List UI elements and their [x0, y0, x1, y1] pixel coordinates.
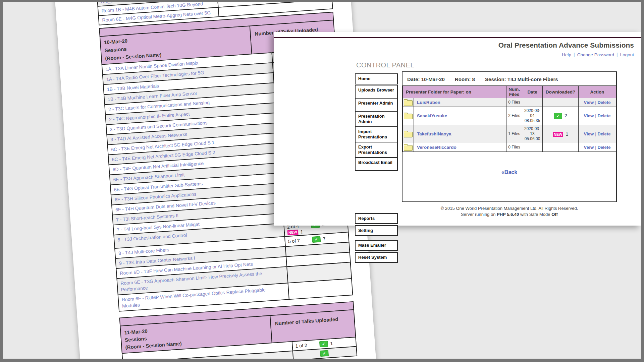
- action-cell: View|Delete: [579, 98, 616, 107]
- top-nav-links: Help|Change Password|Logout: [562, 52, 634, 57]
- session-info-line: Date: 10-Mar-20 Room: 8 Session: T4J Mul…: [407, 76, 616, 82]
- upload-date-cell: 2020-03-04 08:05:35: [522, 107, 543, 125]
- presenter-link[interactable]: VeroneseRiccardo: [417, 145, 457, 150]
- folder-cell: [403, 107, 414, 125]
- header-date: Date: [522, 86, 543, 98]
- view-link[interactable]: View: [584, 100, 594, 105]
- upload-date-cell: [522, 98, 543, 107]
- submissions-box: Date: 10-Mar-20 Room: 8 Session: T4J Mul…: [402, 71, 617, 202]
- check-count: 1: [330, 341, 333, 347]
- header-action: Action: [579, 86, 616, 98]
- presenter-link[interactable]: LuisRuben: [417, 100, 440, 105]
- menu-reset-system-button[interactable]: Reset System: [355, 252, 398, 263]
- panel-top-divider: [274, 37, 641, 38]
- back-link-wrap: «Back: [402, 169, 616, 175]
- presenter-name-cell: VeroneseRiccardo: [414, 143, 506, 152]
- session-link[interactable]: 8 - T3J Orchestration and Control: [117, 232, 187, 242]
- num-files-cell: 0 Files: [506, 143, 522, 152]
- presenter-row: VeroneseRiccardo0 FilesView|Delete: [403, 143, 616, 152]
- downloaded-cell: NEW1: [543, 125, 579, 143]
- server-line: Server running on PHP 5.6.40 with Safe M…: [402, 212, 617, 218]
- header-num-files: Num. Files: [506, 86, 522, 98]
- screenshot-frame: RM_2 - M3C Time to Shift theRoom 1B - M4…: [0, 0, 644, 362]
- check-badge: ✓: [554, 113, 562, 119]
- delete-link[interactable]: Delete: [597, 113, 610, 118]
- presenter-link[interactable]: SasakiYusuke: [417, 113, 447, 118]
- new-badge: NEW: [553, 132, 564, 137]
- action-cell: View|Delete: [579, 125, 616, 143]
- nav-separator: |: [574, 52, 575, 57]
- session-date: Date: 10-Mar-20: [407, 76, 445, 82]
- folder-icon[interactable]: [404, 145, 413, 151]
- new-badge: NEW: [287, 229, 299, 235]
- menu-import-presentations-button[interactable]: Import Presentations: [355, 126, 398, 142]
- action-separator: |: [595, 113, 596, 118]
- num-files-cell: 2 Files: [506, 107, 522, 125]
- folder-cell: [403, 98, 414, 107]
- presenter-name-cell: TakefushiNaoya: [414, 125, 506, 143]
- menu-broadcast-email-button[interactable]: Broadcast Email: [355, 157, 398, 171]
- back-link[interactable]: «Back: [501, 169, 517, 175]
- menu-mass-emailer-button[interactable]: Mass Emailer: [355, 240, 398, 251]
- upload-date-cell: 2020-03-13 05:06:00: [522, 125, 543, 143]
- view-link[interactable]: View: [584, 145, 594, 150]
- num-files-cell: 0 Files: [506, 98, 522, 107]
- folder-icon[interactable]: [404, 114, 413, 119]
- downloaded-cell: [543, 143, 579, 152]
- menu-setting-button[interactable]: Setting: [355, 225, 398, 236]
- uploaded-fraction: 1 of 2: [295, 342, 320, 349]
- action-separator: |: [595, 100, 596, 105]
- check-badge: ✓: [320, 350, 329, 357]
- control-panel-heading: CONTROL PANEL: [356, 61, 414, 69]
- menu-reports-button[interactable]: Reports: [355, 213, 398, 224]
- check-count: 7: [323, 236, 326, 242]
- presenter-link[interactable]: TakefushiNaoya: [417, 131, 451, 136]
- uploaded-count-line: ✓: [296, 348, 357, 359]
- view-link[interactable]: View: [584, 131, 594, 136]
- header-downloaded: Downloaded?: [543, 86, 579, 98]
- help-link[interactable]: Help: [562, 52, 571, 57]
- view-link[interactable]: View: [584, 113, 594, 118]
- menu-button-group: Uploads BrowserPresenter AdminPresentati…: [355, 85, 398, 171]
- delete-link[interactable]: Delete: [597, 100, 610, 105]
- delete-link[interactable]: Delete: [597, 131, 610, 136]
- nav-separator: |: [616, 52, 618, 57]
- action-separator: |: [595, 145, 596, 150]
- uploaded-fraction: 5 of 7: [288, 237, 312, 244]
- menu-presentation-admin-button[interactable]: Presentation Admin: [355, 111, 398, 127]
- check-badge: ✓: [312, 236, 321, 243]
- upload-date-cell: [522, 143, 543, 152]
- folder-icon[interactable]: [404, 100, 413, 106]
- action-cell: View|Delete: [579, 143, 616, 152]
- page-title: Oral Presentation Advance Submissions: [498, 41, 634, 49]
- num-files-cell: 1 Files: [506, 125, 522, 143]
- delete-link[interactable]: Delete: [597, 145, 610, 150]
- action-cell: View|Delete: [579, 107, 616, 125]
- change-password-link[interactable]: Change Password: [577, 52, 614, 57]
- header-presenter-folder: Presenter Folder for Paper: on: [403, 86, 506, 98]
- download-count: 2: [565, 113, 567, 118]
- presenter-name-cell: SasakiYusuke: [414, 107, 506, 125]
- menu-uploads-browser-button[interactable]: Uploads Browser: [355, 85, 398, 99]
- panel-footer: © 2015 One World Presentation Management…: [402, 205, 617, 218]
- folder-cell: [403, 143, 414, 152]
- logout-link[interactable]: Logout: [620, 52, 634, 57]
- action-separator: |: [595, 131, 596, 136]
- session-name: Session: T4J Multi-core Fibers: [485, 76, 558, 82]
- folder-icon[interactable]: [404, 132, 413, 137]
- menu-home-button[interactable]: Home: [355, 73, 398, 84]
- download-count: 1: [566, 131, 568, 137]
- presenters-table-header-row: Presenter Folder for Paper: on Num. File…: [403, 86, 616, 98]
- presenter-row: LuisRuben0 FilesView|Delete: [403, 98, 616, 107]
- new-count: 1: [300, 229, 303, 235]
- menu-presenter-admin-button[interactable]: Presenter Admin: [355, 98, 398, 112]
- copyright-line: © 2015 One World Presentation Management…: [402, 205, 617, 212]
- uploaded-fraction: [296, 354, 320, 355]
- overlay-panel: Oral Presentation Advance Submissions He…: [274, 32, 641, 226]
- downloaded-cell: [543, 98, 579, 107]
- presenters-table: Presenter Folder for Paper: on Num. File…: [402, 85, 616, 152]
- presenter-row: TakefushiNaoya1 Files2020-03-13 05:06:00…: [403, 125, 616, 143]
- menu-export-presentations-button[interactable]: Export Presentations: [355, 142, 398, 158]
- presenter-row: SasakiYusuke2 Files2020-03-04 08:05:35✓2…: [403, 107, 616, 125]
- presenter-name-cell: LuisRuben: [414, 98, 506, 107]
